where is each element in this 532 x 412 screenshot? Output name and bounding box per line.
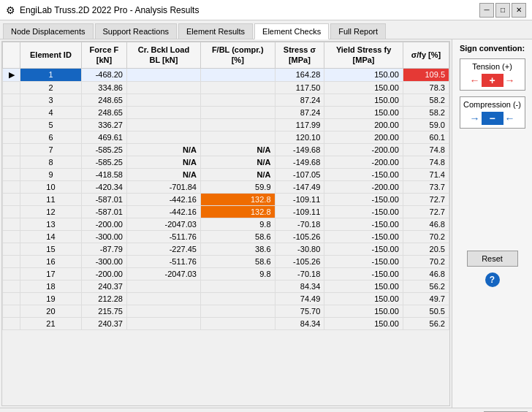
table-row[interactable]: 21240.3784.34150.0056.2	[3, 317, 449, 329]
row-arrow	[3, 106, 20, 118]
table-row[interactable]: 3248.6587.24150.0058.2	[3, 94, 449, 106]
reset-button[interactable]: Reset	[467, 251, 518, 267]
row-arrow	[3, 255, 20, 267]
ratio-cell: 46.8	[403, 218, 449, 230]
yield-cell: 150.00	[324, 317, 403, 329]
stress-cell: 75.70	[275, 305, 324, 317]
row-arrow: ▶	[3, 68, 20, 81]
fbl-cell: 9.8	[200, 218, 275, 230]
table-row[interactable]: 13-200.00-2047.039.8-70.18-150.0046.8	[3, 218, 449, 230]
row-arrow	[3, 193, 20, 205]
row-arrow	[3, 218, 20, 230]
ratio-cell: 72.7	[403, 205, 449, 218]
col-header-arrow	[3, 42, 20, 69]
cr-bckl-cell: N/A	[126, 143, 200, 156]
table-row[interactable]: 14-300.00-511.7658.6-105.26-150.0070.2	[3, 230, 449, 243]
stress-cell: 164.28	[275, 68, 324, 81]
force-cell: 334.86	[81, 81, 126, 94]
stress-cell: 117.99	[275, 118, 324, 131]
tab-element-results[interactable]: Element Results	[178, 23, 253, 39]
row-arrow	[3, 143, 20, 156]
table-row[interactable]: 6469.61120.10200.0060.1	[3, 131, 449, 143]
table-row[interactable]: 9-418.58N/AN/A-107.05-150.0071.4	[3, 168, 449, 180]
fbl-cell	[200, 131, 275, 143]
element-id-cell: 1	[20, 68, 82, 81]
ratio-cell: 49.7	[403, 292, 449, 305]
element-id-cell: 14	[20, 230, 82, 243]
yield-cell: 150.00	[324, 106, 403, 118]
element-id-cell: 17	[20, 267, 82, 280]
force-cell: 240.37	[81, 317, 126, 329]
fbl-cell	[200, 317, 275, 329]
stress-cell: -105.26	[275, 255, 324, 267]
ratio-cell: 70.2	[403, 255, 449, 267]
force-cell: -200.00	[81, 267, 126, 280]
element-id-cell: 8	[20, 156, 82, 168]
force-cell: 240.37	[81, 280, 126, 292]
col-header-ratio: σ/fy [%]	[403, 42, 449, 69]
tension-arrow-right-icon: →	[505, 75, 515, 86]
fbl-cell	[200, 305, 275, 317]
table-row[interactable]: 8-585.25N/AN/A-149.68-200.0074.8	[3, 156, 449, 168]
yield-cell: -150.00	[324, 218, 403, 230]
fbl-cell: 9.8	[200, 267, 275, 280]
table-row[interactable]: 10-420.34-701.8459.9-147.49-200.0073.7	[3, 180, 449, 193]
fbl-cell	[200, 118, 275, 131]
col-header-stress: Stress σ[MPa]	[275, 42, 324, 69]
force-cell: 248.65	[81, 94, 126, 106]
force-cell: -585.25	[81, 156, 126, 168]
tab-full-report[interactable]: Full Report	[330, 23, 386, 39]
force-cell: -300.00	[81, 230, 126, 243]
fbl-cell	[200, 280, 275, 292]
force-cell: -468.20	[81, 68, 126, 81]
ratio-cell: 58.2	[403, 94, 449, 106]
element-id-cell: 7	[20, 143, 82, 156]
table-row[interactable]: 16-300.00-511.7658.6-105.26-150.0070.2	[3, 255, 449, 267]
ratio-cell: 59.0	[403, 118, 449, 131]
cr-bckl-cell: -227.45	[126, 243, 200, 255]
table-row[interactable]: 11-587.01-442.16132.8-109.11-150.0072.7	[3, 193, 449, 205]
cr-bckl-cell: -701.84	[126, 180, 200, 193]
close-button[interactable]: ✕	[512, 3, 526, 18]
fbl-cell: N/A	[200, 156, 275, 168]
cr-bckl-cell	[126, 94, 200, 106]
table-row[interactable]: 20215.7575.70150.0050.5	[3, 305, 449, 317]
table-row[interactable]: 4248.6587.24150.0058.2	[3, 106, 449, 118]
table-row[interactable]: 12-587.01-442.16132.8-109.11-150.0072.7	[3, 205, 449, 218]
help-icon[interactable]: ?	[485, 272, 500, 287]
yield-cell: -150.00	[324, 230, 403, 243]
table-row[interactable]: 17-200.00-2047.039.8-70.18-150.0046.8	[3, 267, 449, 280]
window-title: EngiLab Truss.2D 2022 Pro - Analysis Res…	[20, 5, 199, 15]
table-row[interactable]: 18240.3784.34150.0056.2	[3, 280, 449, 292]
yield-cell: 150.00	[324, 280, 403, 292]
tab-node-displacements[interactable]: Node Displacements	[3, 23, 94, 39]
cr-bckl-cell	[126, 317, 200, 329]
cr-bckl-cell: -511.76	[126, 255, 200, 267]
cr-bckl-cell: -2047.03	[126, 267, 200, 280]
yield-cell: 150.00	[324, 305, 403, 317]
table-row[interactable]: ▶1-468.20164.28150.00109.5	[3, 68, 449, 81]
table-row[interactable]: 5336.27117.99200.0059.0	[3, 118, 449, 131]
table-row[interactable]: 2334.86117.50150.0078.3	[3, 81, 449, 94]
table-row[interactable]: 7-585.25N/AN/A-149.68-200.0074.8	[3, 143, 449, 156]
stress-cell: 74.49	[275, 292, 324, 305]
col-header-force: Force F[kN]	[81, 42, 126, 69]
tab-element-checks[interactable]: Element Checks	[254, 23, 329, 39]
tab-support-reactions[interactable]: Support Reactions	[95, 23, 178, 39]
element-checks-table: Element ID Force F[kN] Cr. Bckl LoadBL […	[2, 42, 449, 330]
table-row[interactable]: 15-87.79-227.4538.6-30.80-150.0020.5	[3, 243, 449, 255]
fbl-cell: 58.6	[200, 230, 275, 243]
ratio-cell: 56.2	[403, 317, 449, 329]
maximize-button[interactable]: □	[495, 3, 510, 18]
table-row[interactable]: 19212.2874.49150.0049.7	[3, 292, 449, 305]
minimize-button[interactable]: ─	[479, 3, 494, 18]
force-cell: -87.79	[81, 243, 126, 255]
yield-cell: 200.00	[324, 118, 403, 131]
row-arrow	[3, 317, 20, 329]
element-id-cell: 6	[20, 131, 82, 143]
yield-cell: -200.00	[324, 143, 403, 156]
cr-bckl-cell	[126, 118, 200, 131]
tension-arrow-left-icon: ←	[470, 75, 480, 86]
yield-cell: 150.00	[324, 68, 403, 81]
row-arrow	[3, 180, 20, 193]
